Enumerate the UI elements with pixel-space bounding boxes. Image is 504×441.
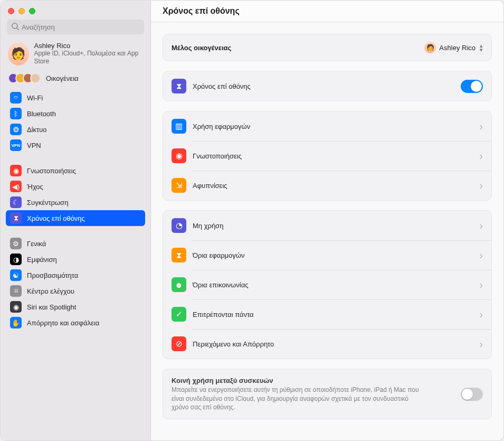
sidebar-item-siri[interactable]: ◉Siri και Spotlight (6, 299, 145, 315)
close-window-button[interactable] (8, 8, 14, 14)
appearance-icon: ◑ (10, 254, 22, 265)
page-title: Χρόνος επί οθόνης (151, 1, 503, 22)
chevron-right-icon: › (479, 250, 483, 260)
chevron-up-down-icon: ▴▾ (480, 43, 483, 52)
sidebar-item-gear[interactable]: ⚙Γενικά (6, 236, 145, 251)
settings-row-person[interactable]: ☻Όρια επικοινωνίας› (163, 270, 491, 299)
sidebar-item-label: Χρόνος επί οθόνης (27, 214, 85, 222)
settings-row-nosign[interactable]: ⊘Περιεχόμενο και Απόρρητο› (163, 329, 491, 359)
family-member-selector[interactable]: Μέλος οικογένειας 🧑 Ashley Rico ▴▾ (163, 34, 491, 61)
minimize-window-button[interactable] (18, 8, 25, 14)
sidebar-item-label: Εμφάνιση (27, 256, 57, 264)
sidebar-item-label: Γνωστοποιήσεις (27, 167, 76, 175)
sidebar-item-label: Οικογένεια (46, 74, 79, 82)
family-avatars (8, 73, 41, 83)
chevron-right-icon: › (479, 309, 483, 320)
vpn-icon: VPN (10, 139, 22, 151)
sidebar-item-globe[interactable]: ❂Δίκτυο (6, 121, 145, 137)
account-subtitle: Apple ID, iCloud+, Πολυμέσα και App Stor… (34, 50, 143, 65)
chevron-right-icon: › (479, 339, 483, 349)
apple-id-row[interactable]: 🧑 Ashley Rico Apple ID, iCloud+, Πολυμέσ… (1, 40, 150, 71)
sidebar-item-moon[interactable]: ☾Συγκέντρωση (6, 194, 145, 210)
sidebar-item-bell[interactable]: ◉Γνωστοποιήσεις (6, 163, 145, 179)
sidebar: 🧑 Ashley Rico Apple ID, iCloud+, Πολυμέσ… (1, 1, 151, 440)
row-label: Χρήση εφαρμογών (193, 123, 473, 130)
gear-icon: ⚙ (10, 238, 22, 249)
sidebar-item-label: Κέντρο ελέγχου (27, 287, 74, 295)
screen-time-toggle-row: ⧗ Χρόνος επί οθόνης (163, 71, 491, 101)
hourglass-icon: ⧗ (172, 248, 186, 262)
share-title: Κοινή χρήση μεταξύ συσκευών (172, 377, 454, 384)
moon-icon: ☾ (10, 196, 22, 208)
sidebar-item-label: Ήχος (27, 183, 43, 191)
zoom-window-button[interactable] (29, 8, 35, 14)
sidebar-item-hand[interactable]: ✋Απόρρητο και ασφάλεια (6, 315, 145, 331)
row-label: Όρια επικοινωνίας (193, 281, 473, 289)
sidebar-item-control[interactable]: ⌗Κέντρο ελέγχου (6, 283, 145, 299)
settings-row-bell[interactable]: ◉Γνωστοποιήσεις› (163, 141, 491, 171)
hourglass-icon: ⧗ (10, 212, 22, 224)
row-label: Περιεχόμενο και Απόρρητο (193, 340, 473, 348)
sidebar-item-bluetooth[interactable]: ᛒBluetooth (6, 106, 145, 121)
bell-icon: ◉ (10, 165, 22, 176)
sidebar-item-family[interactable]: Οικογένεια (1, 71, 150, 89)
settings-row-chart[interactable]: ▥Χρήση εφαρμογών› (163, 111, 491, 141)
content-pane: Χρόνος επί οθόνης Μέλος οικογένειας 🧑 As… (151, 1, 503, 440)
siri-icon: ◉ (10, 301, 22, 313)
account-name: Ashley Rico (34, 42, 143, 50)
share-across-devices-row: Κοινή χρήση μεταξύ συσκευών Μπορείτε να … (163, 369, 491, 419)
sidebar-item-label: Bluetooth (27, 110, 56, 118)
row-label: Χρόνος επί οθόνης (193, 82, 454, 90)
chevron-right-icon: › (479, 151, 483, 161)
screen-time-toggle[interactable] (461, 80, 483, 93)
hourglass-icon: ⧗ (172, 79, 186, 93)
wifi-icon: ⌔ (10, 92, 22, 104)
settings-row-downtime[interactable]: ◔Μη χρήση› (163, 211, 491, 240)
chevron-right-icon: › (479, 220, 483, 231)
row-label: Μη χρήση (193, 222, 473, 230)
window-controls (1, 5, 150, 20)
sidebar-item-appearance[interactable]: ◑Εμφάνιση (6, 251, 145, 267)
family-member-value: Ashley Rico (439, 44, 476, 52)
sound-icon: ◀) (10, 181, 22, 192)
sidebar-item-wifi[interactable]: ⌔Wi-Fi (6, 90, 145, 106)
sidebar-item-label: Γενικά (27, 240, 46, 248)
share-description: Μπορείτε να ενεργοποιήσετε αυτήν τη ρύθμ… (172, 386, 425, 411)
sidebar-item-label: Wi-Fi (27, 94, 43, 102)
pickup-icon: ⇲ (172, 178, 186, 193)
search-icon (11, 22, 20, 31)
row-label: Αφυπνίσεις (193, 182, 473, 190)
sidebar-item-vpn[interactable]: VPNVPN (6, 137, 145, 153)
avatar: 🧑 (8, 42, 29, 65)
downtime-icon: ◔ (172, 218, 186, 233)
avatar: 🧑 (424, 42, 436, 53)
hand-icon: ✋ (10, 317, 22, 329)
sidebar-item-sound[interactable]: ◀)Ήχος (6, 179, 145, 194)
accessibility-icon: ☯ (10, 269, 22, 281)
sidebar-item-accessibility[interactable]: ☯Προσβασιμότητα (6, 267, 145, 283)
control-icon: ⌗ (10, 285, 22, 297)
settings-row-hourglass[interactable]: ⧗Όρια εφαρμογών› (163, 240, 491, 270)
check-icon: ✓ (172, 307, 186, 322)
chart-icon: ▥ (172, 119, 186, 134)
sidebar-item-label: Δίκτυο (27, 126, 47, 134)
chevron-right-icon: › (479, 121, 483, 132)
settings-row-pickup[interactable]: ⇲Αφυπνίσεις› (163, 171, 491, 200)
family-member-caption: Μέλος οικογένειας (172, 44, 418, 52)
sidebar-item-label: Siri και Spotlight (27, 303, 76, 311)
svg-line-1 (17, 28, 19, 30)
settings-row-check[interactable]: ✓Επιτρέπονται πάντα› (163, 299, 491, 329)
sidebar-item-hourglass[interactable]: ⧗Χρόνος επί οθόνης (6, 210, 145, 226)
search-input[interactable] (7, 20, 144, 34)
chevron-right-icon: › (479, 180, 483, 191)
nosign-icon: ⊘ (172, 336, 186, 351)
bluetooth-icon: ᛒ (10, 108, 22, 119)
share-across-devices-toggle[interactable] (461, 388, 483, 401)
row-label: Γνωστοποιήσεις (193, 152, 473, 160)
row-label: Επιτρέπονται πάντα (193, 311, 473, 318)
globe-icon: ❂ (10, 124, 22, 135)
svg-point-0 (12, 23, 17, 29)
row-label: Όρια εφαρμογών (193, 251, 473, 259)
sidebar-item-label: Απόρρητο και ασφάλεια (27, 319, 99, 327)
sidebar-item-label: VPN (27, 142, 41, 149)
